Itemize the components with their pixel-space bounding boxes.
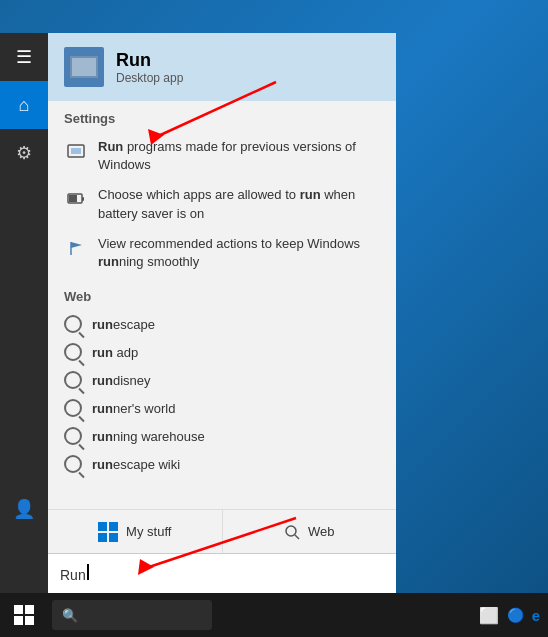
- run-programs-icon: [64, 139, 88, 163]
- tab-web[interactable]: Web: [223, 510, 397, 553]
- web-section: Web runescape run adp rundisney runner's…: [48, 281, 396, 482]
- start-windows-icon: [14, 605, 34, 625]
- search-tab-icon: [284, 524, 300, 540]
- hamburger-button[interactable]: ☰: [0, 33, 48, 81]
- svg-rect-3: [71, 148, 81, 154]
- search-icon-runners-world: [64, 399, 82, 417]
- sidebar-item-user[interactable]: 👤: [0, 485, 48, 533]
- web-item-rundisney[interactable]: rundisney: [64, 366, 380, 394]
- start-sidebar: ☰ ⌂ ⚙ 👤: [0, 33, 48, 593]
- start-menu: Run Desktop app Settings Run programs ma: [48, 33, 396, 593]
- app-info: Run Desktop app: [116, 50, 183, 85]
- web-item-text-rundisney: rundisney: [92, 373, 151, 388]
- search-icon-runescape: [64, 315, 82, 333]
- app-icon: [64, 47, 104, 87]
- web-item-text-running-warehouse: running warehouse: [92, 429, 205, 444]
- windows-logo-icon: [98, 522, 118, 542]
- web-item-runadp[interactable]: run adp: [64, 338, 380, 366]
- sidebar-item-home[interactable]: ⌂: [0, 81, 48, 129]
- app-title: Run: [116, 50, 183, 71]
- taskbar-search-icon: 🔍: [62, 608, 78, 623]
- search-bar: Run: [48, 553, 396, 593]
- web-item-runescape-wiki[interactable]: runescape wiki: [64, 450, 380, 478]
- web-label: Web: [64, 289, 380, 304]
- setting-text-battery: Choose which apps are allowed to run whe…: [98, 186, 380, 222]
- bottom-tabs: My stuff Web: [48, 509, 396, 553]
- hamburger-icon: ☰: [16, 46, 32, 68]
- taskbar-right: ⬜ 🔵 e: [479, 606, 548, 625]
- search-icon-runadp: [64, 343, 82, 361]
- tab-my-stuff-label: My stuff: [126, 524, 171, 539]
- search-bar-text: Run: [60, 564, 89, 583]
- search-icon-rundisney: [64, 371, 82, 389]
- start-button[interactable]: [0, 593, 48, 637]
- taskbar: 🔍 ⬜ 🔵 e: [0, 593, 548, 637]
- svg-rect-6: [69, 195, 77, 202]
- setting-item-recommended[interactable]: View recommended actions to keep Windows…: [64, 229, 380, 277]
- cursor: [87, 564, 89, 580]
- web-item-text-runadp: run adp: [92, 345, 138, 360]
- setting-item-battery[interactable]: Choose which apps are allowed to run whe…: [64, 180, 380, 228]
- setting-text-recommended: View recommended actions to keep Windows…: [98, 235, 380, 271]
- taskbar-search-box[interactable]: 🔍: [52, 600, 212, 630]
- web-item-text-runescape-wiki: runescape wiki: [92, 457, 180, 472]
- app-header: Run Desktop app: [48, 33, 396, 101]
- setting-text-run-programs: Run programs made for previous versions …: [98, 138, 380, 174]
- app-subtitle: Desktop app: [116, 71, 183, 85]
- svg-line-11: [295, 535, 299, 539]
- web-item-runescape[interactable]: runescape: [64, 310, 380, 338]
- user-icon: 👤: [13, 498, 35, 520]
- desktop: ☰ ⌂ ⚙ 👤 Run Desktop app: [0, 0, 548, 637]
- task-view-icon[interactable]: ⬜: [479, 606, 499, 625]
- battery-icon: [64, 187, 88, 211]
- web-item-text-runners-world: runner's world: [92, 401, 175, 416]
- search-icon-running-warehouse: [64, 427, 82, 445]
- search-icon-runescape-wiki: [64, 455, 82, 473]
- sidebar-item-settings[interactable]: ⚙: [0, 129, 48, 177]
- setting-item-run-programs[interactable]: Run programs made for previous versions …: [64, 132, 380, 180]
- home-icon: ⌂: [19, 95, 30, 116]
- run-app-icon-graphic: [70, 56, 98, 78]
- web-item-runners-world[interactable]: runner's world: [64, 394, 380, 422]
- settings-section: Settings Run programs made for previous …: [48, 101, 396, 281]
- cortana-icon[interactable]: 🔵: [507, 607, 524, 623]
- settings-label: Settings: [64, 111, 380, 126]
- svg-point-10: [286, 526, 296, 536]
- web-item-text-runescape: runescape: [92, 317, 155, 332]
- flag-icon: [64, 236, 88, 260]
- edge-icon[interactable]: e: [532, 607, 540, 624]
- svg-rect-5: [82, 197, 84, 201]
- gear-icon: ⚙: [16, 142, 32, 164]
- tab-my-stuff[interactable]: My stuff: [48, 510, 223, 553]
- tab-web-label: Web: [308, 524, 335, 539]
- web-item-running-warehouse[interactable]: running warehouse: [64, 422, 380, 450]
